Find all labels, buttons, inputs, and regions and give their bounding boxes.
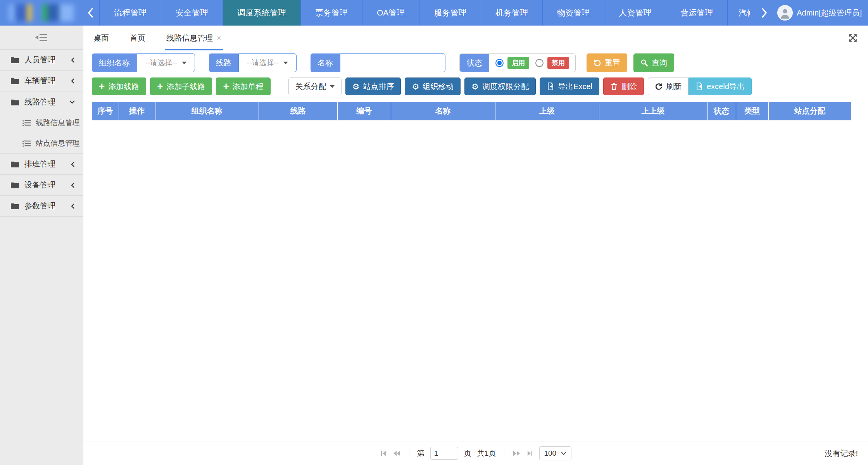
user-menu[interactable]: Admin[超级管理员] [773,0,868,26]
sidebar-item-parameters[interactable]: 参数管理 [0,196,83,217]
file-export-icon [695,83,703,90]
tab-home[interactable]: 首页 [128,26,147,50]
last-page-icon [526,450,533,457]
button-label: 关系分配 [295,81,326,92]
nav-item-vehicle-repair-clipped[interactable]: 汽修 [727,0,750,26]
plus-icon: + [157,81,163,91]
button-label: 站点排序 [363,81,394,92]
sidebar-item-label: 排班管理 [24,159,55,169]
sidebar-collapse-button[interactable] [0,26,83,50]
refresh-button[interactable]: 刷新 [648,78,689,95]
column-header-code: 编号 [337,102,391,120]
divider [504,448,504,458]
main-area: 人员管理 车辆管理 线路管理 线路信息管理 站点信息 [0,26,868,465]
status-enabled-radio[interactable] [495,59,504,67]
column-header-line: 线路 [259,102,337,120]
nav-item-ticketing[interactable]: 票务管理 [300,0,362,26]
status-disabled-badge[interactable]: 禁用 [547,57,569,69]
page-size-select[interactable]: 100 [539,446,571,460]
status-enabled-badge[interactable]: 启用 [507,57,529,69]
last-page-button[interactable] [526,450,533,457]
org-name-select[interactable]: --请选择-- [137,53,195,72]
excel-export-button[interactable]: exceld导出 [689,78,752,95]
status-disabled-radio[interactable] [535,59,544,67]
data-table: 序号 操作 组织名称 线路 编号 名称 上级 上上级 状态 类型 站点分配 [83,95,868,121]
refresh-icon [655,83,663,90]
search-button[interactable]: 查询 [633,53,674,72]
next-page-icon [512,450,520,457]
chevron-left-icon [71,161,75,167]
sidebar-item-label: 站点信息管理 [36,138,80,148]
nav-item-materials[interactable]: 物资管理 [542,0,604,26]
nav-item-machinery[interactable]: 机务管理 [481,0,542,26]
button-label: 重置 [605,58,620,68]
gear-icon: ⚙ [352,83,360,91]
org-move-button[interactable]: ⚙ 组织移动 [405,78,461,95]
add-line-button[interactable]: + 添加线路 [92,78,146,95]
relation-assign-dropdown[interactable]: 关系分配 [288,78,342,95]
top-nav: 流程管理 安全管理 调度系统管理 票务管理 OA管理 服务管理 机务管理 物资管… [0,0,868,26]
table-header-row: 序号 操作 组织名称 线路 编号 名称 上级 上上级 状态 类型 站点分配 [92,102,851,120]
sidebar-item-personnel[interactable]: 人员管理 [0,50,83,71]
tab-line-info[interactable]: 线路信息管理 × [165,26,223,50]
sidebar-item-lines[interactable]: 线路管理 [0,91,83,112]
add-sub-line-button[interactable]: + 添加子线路 [150,78,212,95]
nav-item-process[interactable]: 流程管理 [99,0,161,26]
nav-scroll-left-button[interactable] [82,0,99,26]
add-single-trip-button[interactable]: + 添加单程 [216,78,270,95]
nav-item-safety[interactable]: 安全管理 [161,0,223,26]
page-number-input[interactable] [430,447,458,460]
tab-label: 线路信息管理 [166,33,213,43]
nav-item-service[interactable]: 服务管理 [419,0,481,26]
chevron-left-icon [71,182,75,188]
dispatch-permission-button[interactable]: ⚙ 调度权限分配 [464,78,536,95]
first-page-icon [380,450,387,457]
delete-button[interactable]: 删除 [603,78,644,95]
reset-button[interactable]: 重置 [587,53,627,72]
sidebar-item-scheduling[interactable]: 排班管理 [0,154,83,175]
folder-icon [11,57,19,63]
nav-item-operations[interactable]: 营运管理 [666,0,727,26]
nav-item-oa[interactable]: OA管理 [362,0,419,26]
logo-image [9,4,74,21]
column-header-status: 状态 [707,102,736,120]
sidebar-item-line-info[interactable]: 线路信息管理 [0,112,83,133]
sidebar-item-equipment[interactable]: 设备管理 [0,175,83,196]
fullscreen-button[interactable] [848,33,858,43]
column-header-grandparent: 上上级 [599,102,707,120]
column-header-org-name: 组织名称 [155,102,259,120]
button-label: 添加线路 [108,81,139,92]
nav-menu: 流程管理 安全管理 调度系统管理 票务管理 OA管理 服务管理 机务管理 物资管… [99,0,756,26]
station-sort-button[interactable]: ⚙ 站点排序 [345,78,401,95]
export-excel-button[interactable]: 导出Excel [540,78,599,95]
nav-item-dispatch-system[interactable]: 调度系统管理 [223,0,300,26]
button-label: 删除 [621,81,637,92]
name-input[interactable] [340,53,445,72]
next-page-button[interactable] [512,450,520,457]
select-value: --请选择-- [145,58,177,68]
name-filter: 名称 [311,53,445,72]
column-header-parent: 上级 [495,102,599,120]
sidebar-item-label: 设备管理 [24,180,55,190]
prev-page-button[interactable] [393,450,401,457]
sidebar-item-vehicles[interactable]: 车辆管理 [0,71,83,91]
user-name: Admin[超级管理员] [797,8,862,18]
gear-icon: ⚙ [471,83,479,91]
tab-bar: 桌面 首页 线路信息管理 × [83,26,868,50]
prev-page-icon [393,450,401,457]
nav-scroll-right-button[interactable] [756,0,773,26]
sidebar-item-label: 线路管理 [24,97,55,107]
caret-down-icon [283,62,288,64]
tab-desktop[interactable]: 桌面 [92,26,110,50]
sidebar-item-station-info[interactable]: 站点信息管理 [0,133,83,153]
first-page-button[interactable] [380,450,387,457]
app-logo [0,0,82,26]
button-label: 组织移动 [423,81,454,92]
close-icon[interactable]: × [217,34,221,42]
content-area: 桌面 首页 线路信息管理 × [83,26,868,465]
sidebar-item-label: 人员管理 [24,55,55,65]
sidebar: 人员管理 车辆管理 线路管理 线路信息管理 站点信息 [0,26,83,465]
line-select[interactable]: --请选择-- [238,53,297,72]
line-label: 线路 [209,53,238,72]
nav-item-hr[interactable]: 人资管理 [604,0,666,26]
